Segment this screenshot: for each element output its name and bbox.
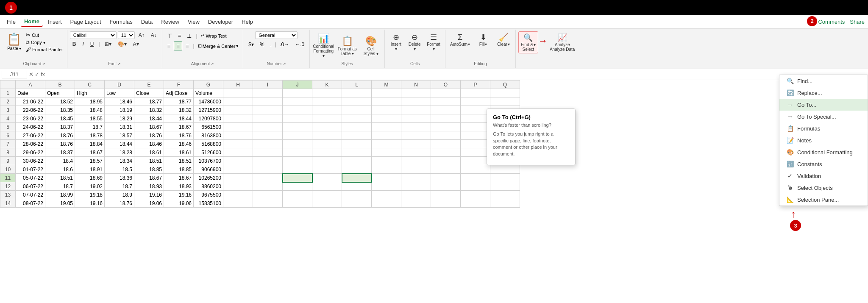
decrease-font-button[interactable]: A↓ [148, 31, 159, 39]
cell[interactable]: 19.05 [45, 199, 75, 208]
cell[interactable] [401, 157, 431, 165]
cell[interactable] [431, 199, 461, 208]
currency-button[interactable]: $▾ [246, 40, 256, 49]
cell[interactable] [253, 182, 283, 191]
cell[interactable] [342, 182, 372, 191]
cell[interactable] [431, 182, 461, 191]
find-select-button[interactable]: 🔍 Find &▾ Select [518, 31, 538, 53]
dropdown-constants[interactable]: 🔢 Constants [779, 158, 868, 170]
dropdown-replace[interactable]: 🔄 Replace... [779, 87, 868, 99]
cell[interactable] [253, 148, 283, 157]
cell[interactable] [401, 165, 431, 174]
cell[interactable]: 18.55 [75, 114, 105, 123]
cell[interactable] [401, 174, 431, 182]
cell[interactable] [253, 157, 283, 165]
cell[interactable] [490, 199, 520, 208]
cell[interactable]: 19.02 [75, 182, 105, 191]
cell[interactable]: Adj Close [164, 89, 194, 97]
row-header[interactable]: 14 [0, 199, 16, 208]
cell[interactable]: 27-06-22 [16, 131, 45, 140]
col-header-K[interactable]: K [312, 81, 342, 89]
row-header[interactable]: 5 [0, 123, 16, 131]
menu-view[interactable]: View [184, 17, 203, 26]
cell[interactable]: 8163800 [194, 131, 223, 140]
cell[interactable] [342, 157, 372, 165]
cell[interactable] [490, 191, 520, 199]
row-header[interactable]: 8 [0, 148, 16, 157]
cell[interactable] [312, 123, 342, 131]
cell[interactable] [223, 97, 253, 106]
cell[interactable]: 29-06-22 [16, 148, 45, 157]
cell[interactable] [401, 182, 431, 191]
cell[interactable]: 18.36 [105, 174, 134, 182]
cell[interactable]: 18.7 [105, 182, 134, 191]
cell[interactable] [461, 199, 490, 208]
cell[interactable]: 18.7 [45, 182, 75, 191]
col-header-D[interactable]: D [105, 81, 134, 89]
increase-decimal-button[interactable]: .0→ [277, 40, 292, 49]
cell[interactable]: 18.85 [164, 165, 194, 174]
cell[interactable]: 18.5 [105, 165, 134, 174]
copy-button[interactable]: ⧉ Copy▾ [25, 39, 64, 46]
cell[interactable]: 07-07-22 [16, 191, 45, 199]
cell[interactable] [223, 140, 253, 148]
cell[interactable] [223, 114, 253, 123]
cell[interactable] [342, 106, 372, 114]
cell[interactable] [372, 106, 401, 114]
align-middle-button[interactable]: ≡ [175, 31, 184, 40]
cell[interactable] [283, 191, 312, 199]
cell[interactable]: 18.84 [75, 140, 105, 148]
cell[interactable] [490, 182, 520, 191]
cell[interactable] [372, 165, 401, 174]
cell[interactable]: 18.67 [75, 148, 105, 157]
cell[interactable] [372, 174, 401, 182]
col-header-E[interactable]: E [134, 81, 164, 89]
cell[interactable]: 15835100 [194, 199, 223, 208]
percent-button[interactable]: % [257, 40, 267, 49]
dropdown-goto[interactable]: → Go To... [779, 99, 868, 111]
wrap-text-button[interactable]: ↵Wrap Text [199, 32, 228, 39]
cell[interactable] [253, 123, 283, 131]
row-header[interactable]: 6 [0, 131, 16, 140]
align-right-button[interactable]: ≡ [183, 42, 192, 50]
cell[interactable]: 18.69 [75, 174, 105, 182]
cell[interactable]: 18.19 [105, 106, 134, 114]
cell[interactable]: 8860200 [194, 182, 223, 191]
cell[interactable] [461, 174, 490, 182]
cell[interactable]: 19.06 [164, 199, 194, 208]
cell[interactable]: 18.4 [45, 157, 75, 165]
cell[interactable] [431, 123, 461, 131]
cell[interactable] [401, 199, 431, 208]
cell[interactable]: 9066900 [194, 165, 223, 174]
cell[interactable] [372, 131, 401, 140]
cell[interactable]: 12097800 [194, 114, 223, 123]
format-as-table-button[interactable]: 📋 Format as Table ▾ [336, 31, 358, 60]
row-header[interactable]: 4 [0, 114, 16, 123]
cell[interactable]: 5126600 [194, 148, 223, 157]
cell[interactable] [431, 97, 461, 106]
cell[interactable] [312, 148, 342, 157]
cell[interactable]: 19.16 [134, 191, 164, 199]
cell[interactable] [342, 131, 372, 140]
cell[interactable]: Low [105, 89, 134, 97]
cell[interactable] [401, 123, 431, 131]
cell[interactable]: 18.32 [164, 106, 194, 114]
cell[interactable] [312, 89, 342, 97]
cell[interactable] [342, 123, 372, 131]
col-header-G[interactable]: G [194, 81, 223, 89]
format-button[interactable]: ☰ Format ▾ [425, 31, 442, 53]
cell[interactable]: 18.52 [45, 97, 75, 106]
cell[interactable] [223, 182, 253, 191]
cell[interactable]: 18.44 [105, 140, 134, 148]
cell[interactable] [431, 191, 461, 199]
cell[interactable] [342, 199, 372, 208]
dropdown-formulas[interactable]: 📋 Formulas [779, 122, 868, 134]
menu-developer[interactable]: Developer [205, 17, 236, 26]
cell[interactable]: 24-06-22 [16, 123, 45, 131]
cell[interactable]: 21-06-22 [16, 97, 45, 106]
col-header-F[interactable]: F [164, 81, 194, 89]
cell[interactable] [372, 157, 401, 165]
cell[interactable]: 18.7 [75, 123, 105, 131]
cell[interactable] [490, 165, 520, 174]
cell[interactable]: 18.61 [134, 148, 164, 157]
